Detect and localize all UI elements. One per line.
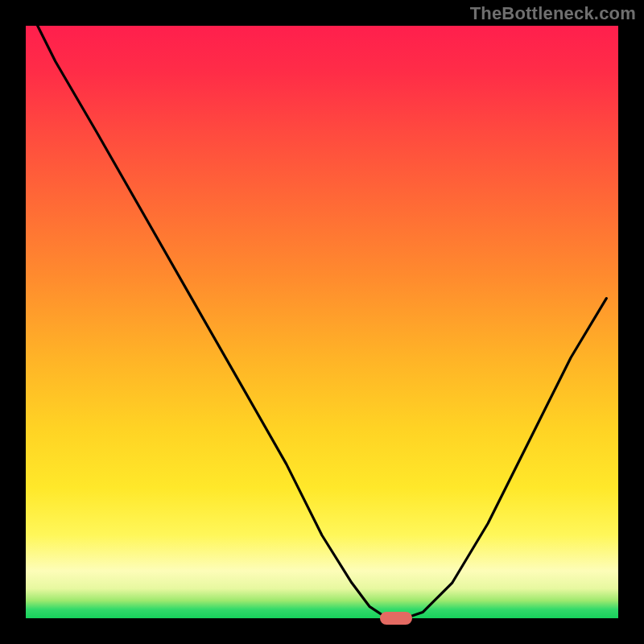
- plot-area: [26, 26, 618, 618]
- chart-frame: TheBottleneck.com: [0, 0, 644, 644]
- bottleneck-curve: [26, 26, 618, 618]
- watermark-label: TheBottleneck.com: [470, 3, 636, 24]
- optimum-marker: [380, 612, 412, 625]
